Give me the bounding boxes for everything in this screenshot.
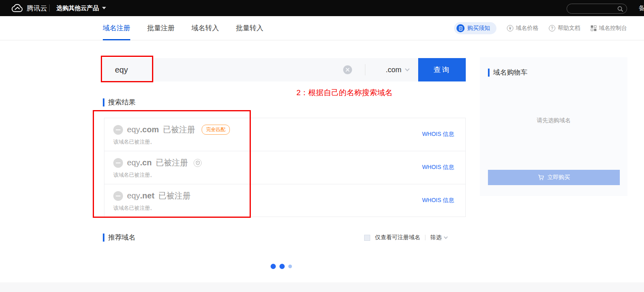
nav-bar: 域名注册 批量注册 域名转入 批量转入 购买须知 ¥ 域名价格 ? 帮助文档 域… [0, 16, 644, 40]
query-button[interactable]: 查询 [418, 58, 466, 81]
result-row-eqy-com: eqy.com 已被注册 完全匹配 该域名已被注册。 WHOIS 信息 [104, 118, 465, 151]
domain-name: eqy.cn [127, 158, 152, 167]
whois-link[interactable]: WHOIS 信息 [422, 197, 454, 204]
filter-dropdown[interactable]: 筛选 [430, 234, 447, 241]
clear-input-icon[interactable] [343, 65, 352, 74]
result-row-eqy-cn: eqy.cn 已被注册 该域名已被注册。 WHOIS 信息 [104, 151, 465, 184]
domain-name: eqy.com [127, 125, 159, 134]
cart-header: 域名购物车 [488, 68, 527, 77]
exact-match-badge: 完全匹配 [202, 125, 230, 135]
only-available-label: 仅查看可注册域名 [375, 234, 420, 241]
brand-name: 腾讯云 [27, 4, 47, 13]
domain-price-label: 域名价格 [516, 25, 538, 32]
domain-price-link[interactable]: ¥ 域名价格 [507, 25, 538, 32]
unavailable-minus-icon [113, 158, 123, 168]
tab-batch-register[interactable]: 批量注册 [147, 16, 175, 40]
cart-empty-text: 请先选购域名 [480, 117, 627, 124]
unavailable-minus-icon [113, 191, 123, 201]
chevron-down-icon [405, 67, 409, 71]
yen-icon: ¥ [507, 25, 513, 31]
search-results-title: 搜索结果 [108, 98, 135, 107]
buy-notice-button[interactable]: 购买须知 [454, 22, 496, 34]
result-title: eqy.cn 已被注册 [113, 157, 465, 168]
cart-title: 域名购物车 [493, 68, 527, 77]
domain-status: 已被注册 [163, 124, 195, 135]
buy-now-label: 立即购买 [548, 174, 570, 181]
tld-select[interactable]: .com [376, 58, 418, 81]
cloud-logo-icon [11, 4, 23, 13]
result-note: 该域名已被注册。 [113, 204, 465, 212]
search-results-list: eqy.com 已被注册 完全匹配 该域名已被注册。 WHOIS 信息 eqy.… [104, 118, 466, 217]
tab-domain-transfer[interactable]: 域名转入 [192, 16, 219, 40]
recommend-header: 推荐域名 [103, 233, 135, 242]
topbar-divider [49, 4, 50, 12]
top-bar: 腾讯云 选购其他云产品 备 [0, 0, 644, 16]
loading-dot [279, 264, 285, 269]
whois-link[interactable]: WHOIS 信息 [422, 131, 454, 138]
domain-search-bar: eqy .com 查询 [101, 58, 466, 81]
shield-icon [194, 159, 202, 167]
filter-label: 筛选 [430, 234, 442, 241]
footer-strip [0, 282, 644, 292]
result-note: 该域名已被注册。 [113, 138, 465, 146]
help-docs-link[interactable]: ? 帮助文档 [549, 25, 580, 32]
tab-domain-register[interactable]: 域名注册 [103, 16, 130, 40]
controls-divider [425, 235, 425, 240]
console-grid-icon [591, 25, 596, 31]
loading-dot [271, 264, 276, 269]
domain-search-input[interactable]: eqy [101, 58, 418, 81]
nav-tabs: 域名注册 批量注册 域名转入 批量转入 [103, 16, 263, 40]
domain-name: eqy.net [127, 191, 154, 200]
caret-down-icon [102, 7, 106, 9]
recommend-title: 推荐域名 [108, 233, 135, 242]
domain-console-link[interactable]: 域名控制台 [591, 25, 627, 32]
other-products-menu[interactable]: 选购其他云产品 [56, 0, 106, 16]
unavailable-minus-icon [113, 125, 123, 135]
domain-console-label: 域名控制台 [599, 25, 627, 32]
tencent-cloud-logo[interactable]: 腾讯云 [11, 0, 47, 16]
only-available-checkbox[interactable] [364, 235, 370, 241]
result-title: eqy.net 已被注册 [113, 190, 465, 201]
search-input-value: eqy [115, 58, 128, 81]
cart-icon [538, 175, 544, 181]
tld-selected-value: .com [386, 66, 401, 74]
nav-links: 购买须知 ¥ 域名价格 ? 帮助文档 域名控制台 [454, 16, 627, 40]
search-icon [617, 6, 623, 12]
domain-status: 已被注册 [156, 157, 188, 168]
tab-batch-transfer[interactable]: 批量转入 [236, 16, 263, 40]
result-note: 该域名已被注册。 [113, 171, 465, 179]
section-accent-bar [103, 234, 104, 242]
tld-divider [365, 64, 365, 75]
result-row-eqy-net: eqy.net 已被注册 该域名已被注册。 WHOIS 信息 [104, 184, 465, 217]
domain-status: 已被注册 [158, 190, 191, 201]
topbar-search-input[interactable] [567, 4, 627, 14]
chevron-down-icon [444, 235, 448, 239]
loading-dots [271, 264, 292, 269]
domain-cart-panel: 域名购物车 请先选购域名 立即购买 [480, 57, 627, 196]
section-accent-bar [488, 69, 490, 77]
buy-now-button[interactable]: 立即购买 [488, 170, 620, 185]
recommend-controls: 仅查看可注册域名 筛选 [364, 233, 447, 242]
product-menu-label: 选购其他云产品 [56, 4, 99, 12]
search-results-header: 搜索结果 [103, 98, 135, 107]
result-title: eqy.com 已被注册 完全匹配 [113, 124, 465, 135]
annotation-step-text: 2：根据自己的名称搜索域名 [296, 88, 393, 98]
beian-link[interactable]: 备 [639, 0, 644, 16]
whois-link[interactable]: WHOIS 信息 [422, 164, 454, 171]
question-icon: ? [549, 25, 555, 31]
section-accent-bar [103, 98, 104, 106]
buy-notice-label: 购买须知 [467, 25, 490, 32]
loading-dot [288, 265, 292, 268]
notice-doc-icon [456, 24, 465, 32]
help-docs-label: 帮助文档 [558, 25, 580, 32]
